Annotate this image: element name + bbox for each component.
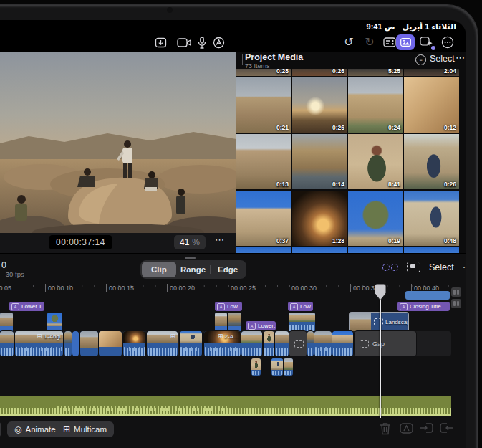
media-thumb[interactable]: 0:48	[404, 191, 459, 246]
clip-duration: 0:48	[444, 237, 456, 244]
multicam-button-icon: ⊞	[63, 424, 70, 434]
storyline-clip[interactable]	[264, 331, 274, 356]
panel-drag-handle-icon[interactable]	[238, 54, 243, 65]
more-toolbar-button[interactable]	[440, 33, 456, 52]
storyline-clip[interactable]	[123, 331, 145, 356]
redo-button[interactable]: ↻	[362, 33, 377, 52]
media-more-button[interactable]: ⋯	[456, 52, 466, 63]
storyline-clip-multicam[interactable]: ⊞	[147, 331, 178, 356]
media-thumb[interactable]	[236, 247, 291, 253]
video-viewer[interactable]	[0, 52, 236, 233]
connected-clip[interactable]	[228, 313, 241, 332]
title-clip[interactable]: ALower…	[246, 321, 276, 330]
insert-left-button[interactable]	[420, 422, 433, 437]
storyline-clip[interactable]	[332, 331, 353, 356]
storyline-clip[interactable]	[241, 331, 262, 356]
storyline-clip[interactable]	[180, 331, 202, 356]
blade-button[interactable]	[400, 422, 413, 437]
animate-button[interactable]: ◎ Animate	[7, 421, 63, 437]
media-thumb[interactable]: 0:14	[292, 134, 347, 189]
enhance-button[interactable]	[382, 264, 398, 271]
mode-clip[interactable]: Clip	[142, 262, 176, 277]
title-clip-label: Closing Title	[410, 303, 441, 310]
media-thumb[interactable]	[348, 247, 403, 253]
storyline-clip-multicam[interactable]: ⊞1-Angl…	[15, 331, 63, 356]
clip-appearance-button[interactable]	[451, 287, 461, 297]
title-clip[interactable]: AClosing Title	[397, 302, 450, 311]
media-thumb[interactable]: 0:24	[348, 77, 403, 133]
media-thumb[interactable]: 0:13	[236, 134, 291, 189]
storyline-overview-icon	[410, 264, 415, 268]
title-clip[interactable]: ALow…	[288, 302, 313, 311]
connected-clip-below[interactable]	[271, 358, 283, 376]
playhead-line[interactable]	[380, 285, 381, 419]
mode-range[interactable]: Range	[176, 262, 211, 277]
media-thumb[interactable]: 0:26	[292, 69, 347, 76]
title-clip[interactable]: ALow…	[215, 302, 242, 311]
music-audio-clip[interactable]	[0, 396, 451, 416]
pencil-tool-button[interactable]	[211, 33, 226, 52]
import-button[interactable]	[153, 33, 168, 52]
timeline-more-button[interactable]: ⋯	[463, 262, 466, 272]
media-thumb[interactable]: 5:25	[348, 69, 403, 76]
media-browser-button[interactable]	[395, 33, 416, 52]
viewer-more-button[interactable]: ⋯	[215, 234, 225, 245]
storyline-clip-multicam[interactable]: ⊞2-A…	[204, 331, 241, 356]
connected-clip[interactable]	[215, 313, 227, 332]
connected-clip[interactable]	[0, 313, 13, 332]
clip-appearance-button[interactable]	[451, 299, 461, 308]
clipped-button[interactable]	[0, 421, 1, 437]
media-thumb[interactable]: 8:41	[348, 134, 403, 189]
timecode-display[interactable]: 00:00:37:14	[49, 235, 112, 249]
storyline-clip[interactable]	[275, 331, 289, 356]
storyline-clip[interactable]	[314, 331, 332, 356]
preview-frame	[0, 52, 236, 233]
undo-button[interactable]: ↺	[342, 33, 356, 52]
media-thumb[interactable]: 1:28	[292, 191, 347, 246]
zoom-control[interactable]: 41 %	[174, 235, 206, 249]
viewer-controls: 00:00:37:14 41 % ⋯	[0, 233, 236, 253]
storyline-clip[interactable]	[72, 331, 79, 356]
media-thumb[interactable]	[404, 247, 459, 253]
delete-button[interactable]	[380, 422, 391, 438]
effects-button[interactable]	[418, 33, 436, 52]
connected-clip[interactable]	[47, 313, 62, 332]
clip-duration: 2:04	[444, 69, 456, 75]
multicam-button[interactable]: ⊞ Multicam	[56, 421, 114, 437]
gap-clip[interactable]: Gap	[289, 331, 307, 356]
mode-edge[interactable]: Edge	[211, 262, 245, 277]
title-clip[interactable]: ALower T…	[9, 302, 44, 311]
mic-button[interactable]	[197, 33, 207, 52]
filter-button[interactable]: ≡	[415, 54, 426, 65]
connected-clip[interactable]	[289, 313, 315, 332]
select-button[interactable]: Select	[430, 54, 455, 64]
insert-right-button[interactable]	[440, 422, 453, 437]
media-thumb[interactable]: 2:04	[404, 69, 459, 76]
connected-clip-bar[interactable]	[405, 291, 450, 300]
landscape-clip[interactable]: Landscap…	[350, 313, 408, 332]
project-media-panel: Project Media 73 Items ≡ Select ⋯ 0:28 0…	[236, 52, 466, 253]
playhead-handle[interactable]	[375, 284, 386, 301]
timeline-resize-handle[interactable]	[185, 257, 196, 259]
media-thumb[interactable]: 0:12	[404, 77, 459, 133]
media-thumb[interactable]	[292, 247, 347, 253]
gap-clip[interactable]: Gap	[355, 331, 416, 356]
media-thumb[interactable]: 0:19	[348, 191, 403, 246]
media-thumb[interactable]: 0:26	[404, 134, 459, 189]
timeline-select-button[interactable]: Select	[429, 262, 454, 272]
storyline-clip[interactable]	[80, 331, 98, 356]
media-thumb[interactable]: 0:37	[236, 191, 291, 246]
connected-clip-below[interactable]	[251, 358, 261, 376]
import-icon	[155, 37, 167, 49]
storyline-clip[interactable]	[307, 331, 314, 356]
camera-button[interactable]	[175, 33, 193, 52]
storyline-clip[interactable]	[99, 331, 122, 356]
clip-duration: 0:37	[276, 237, 289, 244]
storyline-clip[interactable]	[0, 331, 14, 356]
media-thumb[interactable]: 0:21	[236, 77, 291, 133]
connected-clip-below[interactable]	[284, 358, 293, 376]
storyline-clip[interactable]	[64, 331, 72, 356]
media-thumb[interactable]: 0:26	[292, 77, 347, 133]
storyline-overview-button[interactable]	[407, 262, 420, 272]
media-thumb[interactable]: 0:28	[236, 69, 291, 76]
